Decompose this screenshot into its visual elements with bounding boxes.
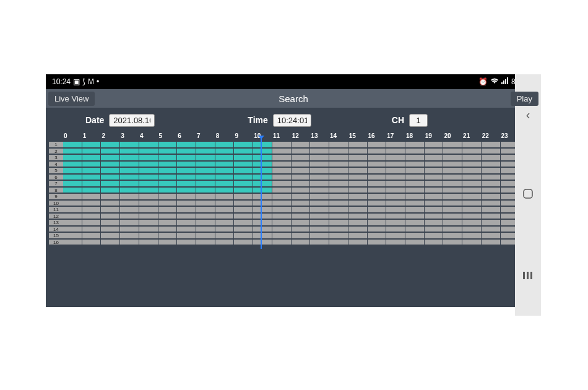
- timeline-cell[interactable]: [405, 161, 425, 168]
- timeline-cell[interactable]: [462, 187, 482, 194]
- timeline-cell[interactable]: [158, 213, 178, 220]
- timeline-cell[interactable]: [196, 226, 215, 233]
- timeline-cell[interactable]: [196, 141, 215, 148]
- timeline-cell[interactable]: [158, 239, 178, 246]
- timeline-cell[interactable]: [425, 200, 444, 207]
- timeline-cell[interactable]: [120, 226, 139, 233]
- timeline-cell[interactable]: [101, 167, 120, 174]
- timeline-cell[interactable]: [405, 213, 425, 220]
- timeline-cell[interactable]: [425, 213, 444, 220]
- timeline-cell[interactable]: [196, 193, 215, 200]
- timeline-cell[interactable]: [443, 141, 462, 148]
- timeline-cell[interactable]: [348, 141, 368, 148]
- timeline-cell[interactable]: [272, 148, 292, 155]
- timeline-cell[interactable]: [63, 219, 82, 226]
- timeline-cell[interactable]: [292, 141, 311, 148]
- home-icon[interactable]: [522, 188, 534, 202]
- timeline-cell[interactable]: [158, 141, 178, 148]
- timeline-cell[interactable]: [292, 161, 311, 168]
- timeline-cell[interactable]: [272, 154, 292, 161]
- timeline-row[interactable]: [63, 226, 538, 233]
- timeline-cell[interactable]: [386, 232, 405, 239]
- timeline-cell[interactable]: [368, 154, 387, 161]
- timeline-cell[interactable]: [63, 213, 82, 220]
- timeline-cell[interactable]: [292, 193, 311, 200]
- timeline-cell[interactable]: [234, 187, 253, 194]
- timeline-cell[interactable]: [63, 187, 82, 194]
- timeline-cell[interactable]: [177, 206, 196, 213]
- timeline-cell[interactable]: [386, 193, 405, 200]
- timeline-cell[interactable]: [329, 213, 348, 220]
- timeline-cell[interactable]: [82, 148, 102, 155]
- timeline-cell[interactable]: [120, 141, 139, 148]
- timeline-cell[interactable]: [443, 148, 462, 155]
- timeline-cell[interactable]: [348, 174, 368, 181]
- timeline-cell[interactable]: [292, 219, 311, 226]
- timeline-cell[interactable]: [177, 187, 196, 194]
- timeline-cell[interactable]: [63, 161, 82, 168]
- timeline-cell[interactable]: [120, 154, 139, 161]
- timeline-cell[interactable]: [234, 219, 253, 226]
- timeline-cell[interactable]: [348, 213, 368, 220]
- timeline-cell[interactable]: [158, 232, 178, 239]
- timeline-cell[interactable]: [462, 226, 482, 233]
- timeline-cell[interactable]: [139, 239, 158, 246]
- timeline-cell[interactable]: [405, 187, 425, 194]
- timeline-row[interactable]: [63, 167, 538, 174]
- timeline-cell[interactable]: [405, 193, 425, 200]
- timeline-cell[interactable]: [82, 180, 102, 187]
- recents-icon[interactable]: [522, 269, 534, 283]
- timeline-cell[interactable]: [310, 219, 329, 226]
- timeline-cell[interactable]: [348, 154, 368, 161]
- timeline-cell[interactable]: [443, 193, 462, 200]
- timeline-cell[interactable]: [272, 167, 292, 174]
- timeline-cell[interactable]: [329, 174, 348, 181]
- timeline-cell[interactable]: [158, 174, 178, 181]
- timeline-cell[interactable]: [425, 239, 444, 246]
- timeline-cell[interactable]: [348, 167, 368, 174]
- timeline-cell[interactable]: [139, 154, 158, 161]
- timeline-cell[interactable]: [443, 180, 462, 187]
- timeline-cell[interactable]: [253, 141, 272, 148]
- timeline-cell[interactable]: [405, 154, 425, 161]
- timeline-cell[interactable]: [234, 193, 253, 200]
- timeline-cell[interactable]: [443, 161, 462, 168]
- timeline-cell[interactable]: [482, 148, 501, 155]
- timeline-cell[interactable]: [234, 148, 253, 155]
- timeline-cell[interactable]: [368, 187, 387, 194]
- timeline-cell[interactable]: [482, 174, 501, 181]
- timeline-cell[interactable]: [234, 232, 253, 239]
- timeline-cell[interactable]: [215, 200, 235, 207]
- timeline-cell[interactable]: [177, 239, 196, 246]
- timeline-row[interactable]: [63, 239, 538, 246]
- timeline-row[interactable]: [63, 187, 538, 194]
- timeline-cell[interactable]: [101, 148, 120, 155]
- live-view-button[interactable]: Live View: [48, 92, 95, 106]
- timeline-cell[interactable]: [120, 239, 139, 246]
- timeline-cell[interactable]: [386, 180, 405, 187]
- timeline-cell[interactable]: [329, 232, 348, 239]
- timeline-cell[interactable]: [272, 174, 292, 181]
- timeline-cell[interactable]: [196, 239, 215, 246]
- timeline-cell[interactable]: [482, 213, 501, 220]
- timeline-cell[interactable]: [310, 180, 329, 187]
- timeline-cell[interactable]: [215, 187, 235, 194]
- timeline-cell[interactable]: [158, 219, 178, 226]
- timeline-cell[interactable]: [215, 161, 235, 168]
- timeline-cell[interactable]: [443, 200, 462, 207]
- timeline-cell[interactable]: [272, 219, 292, 226]
- timeline-cell[interactable]: [215, 219, 235, 226]
- timeline-cell[interactable]: [443, 226, 462, 233]
- timeline-cell[interactable]: [310, 141, 329, 148]
- timeline-row[interactable]: [63, 174, 538, 181]
- back-icon[interactable]: ‹: [526, 108, 530, 122]
- timeline-cell[interactable]: [253, 187, 272, 194]
- timeline-cell[interactable]: [63, 141, 82, 148]
- timeline-cell[interactable]: [462, 174, 482, 181]
- timeline-cell[interactable]: [82, 161, 102, 168]
- timeline-cell[interactable]: [120, 167, 139, 174]
- timeline-cell[interactable]: [234, 226, 253, 233]
- timeline-cell[interactable]: [462, 148, 482, 155]
- timeline-cell[interactable]: [253, 180, 272, 187]
- timeline-cell[interactable]: [272, 187, 292, 194]
